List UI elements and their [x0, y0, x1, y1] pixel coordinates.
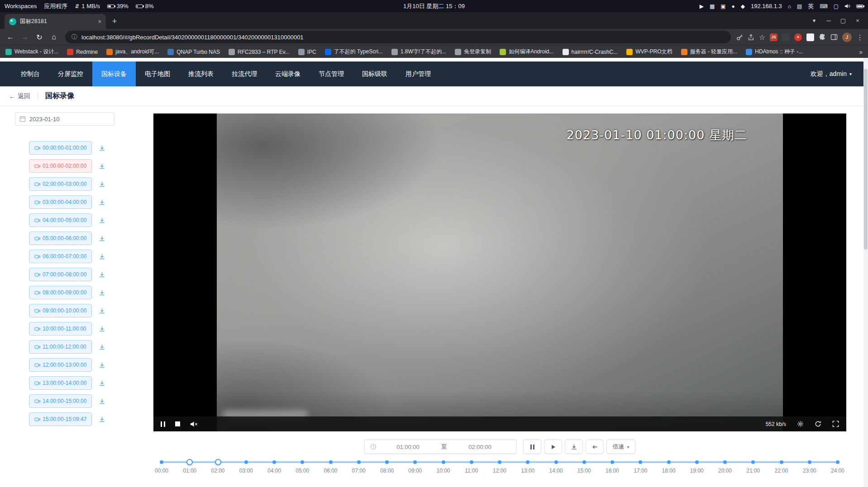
ext-dark-icon[interactable]: [782, 33, 790, 41]
bookmark-item[interactable]: 服务器 - 轻量应用...: [681, 48, 738, 56]
time-range-input[interactable]: 01:00:00 至 02:00:00: [364, 440, 517, 454]
player-stop-icon[interactable]: [175, 421, 180, 426]
extensions-puzzle-icon[interactable]: [819, 33, 826, 41]
page-scrollbar[interactable]: [863, 58, 868, 487]
record-download-button[interactable]: [99, 307, 105, 314]
scrollbar-thumb[interactable]: [864, 69, 868, 250]
tab-search-icon[interactable]: ▾: [807, 17, 821, 24]
record-download-button[interactable]: [99, 181, 105, 188]
bookmark-item[interactable]: RFC2833 – RTP Ev...: [229, 49, 290, 55]
record-time-button[interactable]: 07:00:00-08:00:00: [29, 268, 92, 281]
nav-item[interactable]: 拉流代理: [223, 61, 266, 86]
applications-button[interactable]: 应用程序: [44, 2, 67, 10]
keyboard-icon[interactable]: ⌨: [820, 4, 827, 9]
user-menu[interactable]: 欢迎，admin ▾: [811, 70, 852, 78]
bookmark-item[interactable]: WVP-PRO文档: [626, 48, 672, 56]
window-maximize-button[interactable]: ▢: [836, 17, 850, 24]
nav-item[interactable]: 节点管理: [310, 61, 353, 86]
ext-light-icon[interactable]: [806, 33, 814, 41]
player-refresh-icon[interactable]: [815, 421, 821, 427]
video-player[interactable]: 2023-01-10 01:00:00 星期二 552 kb/s: [153, 113, 846, 431]
back-button[interactable]: ← 返回: [9, 92, 30, 100]
bookmark-item[interactable]: IPC: [298, 49, 316, 55]
bookmark-item[interactable]: java、android可...: [106, 48, 159, 56]
record-download-button[interactable]: [99, 380, 105, 387]
record-time-button[interactable]: 00:00:00-01:00:00: [29, 141, 92, 155]
new-tab-button[interactable]: +: [108, 14, 121, 28]
record-time-button[interactable]: 15:00:00-15:09:47: [29, 412, 92, 426]
password-key-icon[interactable]: [736, 34, 743, 41]
site-info-icon[interactable]: ⓘ: [72, 33, 77, 41]
ext-blocker-icon[interactable]: ×: [794, 33, 802, 41]
play-button[interactable]: [544, 440, 562, 454]
nav-item[interactable]: 云端录像: [266, 61, 310, 86]
nav-item[interactable]: 分屏监控: [49, 61, 92, 86]
tab-close-icon[interactable]: ×: [98, 18, 101, 25]
bookmark-item[interactable]: 免登录复制: [455, 48, 491, 56]
record-time-button[interactable]: 06:00:00-07:00:00: [29, 250, 92, 263]
record-download-button[interactable]: [99, 253, 105, 260]
record-download-button[interactable]: [99, 145, 105, 151]
nav-item[interactable]: 推流列表: [179, 61, 223, 86]
record-download-button[interactable]: [99, 163, 105, 170]
record-time-button[interactable]: 12:00:00-13:00:00: [29, 358, 92, 372]
nav-item[interactable]: 国标级联: [353, 61, 396, 86]
record-download-button[interactable]: [99, 271, 105, 278]
profile-avatar[interactable]: J: [842, 33, 852, 42]
speed-dropdown[interactable]: 倍速 ▾: [606, 440, 635, 454]
record-time-button[interactable]: 14:00:00-15:00:00: [29, 394, 92, 408]
browser-home-icon[interactable]: ⌂: [48, 33, 60, 41]
nav-item[interactable]: 控制台: [12, 61, 49, 86]
browser-forward-icon[interactable]: →: [19, 33, 31, 41]
bookmark-item[interactable]: HDAtmos :: 种子 -...: [746, 48, 803, 56]
nav-item[interactable]: 国标设备: [92, 61, 136, 86]
display-icon[interactable]: ▢: [834, 4, 839, 9]
media-player-icon[interactable]: ▶: [700, 4, 704, 9]
bookmark-item[interactable]: 1.8W字!了不起的...: [391, 48, 446, 56]
record-download-button[interactable]: [99, 289, 105, 296]
seek-back-button[interactable]: [586, 440, 604, 454]
date-picker[interactable]: 2023-01-10: [15, 112, 114, 126]
bookmark-item[interactable]: Redmine: [67, 49, 98, 55]
input-language-badge[interactable]: 英: [808, 2, 814, 10]
player-pause-icon[interactable]: [161, 421, 165, 427]
record-time-button[interactable]: 05:00:00-06:00:00: [29, 232, 92, 245]
stats-tray-icon[interactable]: ▦: [710, 4, 715, 9]
timeline-handle[interactable]: [215, 459, 221, 465]
nav-item[interactable]: 电子地图: [136, 61, 179, 86]
side-panel-icon[interactable]: [830, 33, 838, 41]
bookmark-item[interactable]: QNAP Turbo NAS: [167, 49, 220, 55]
record-time-button[interactable]: 02:00:00-03:00:00: [29, 177, 92, 191]
browser-reload-icon[interactable]: ↻: [33, 33, 45, 42]
bookmark-item[interactable]: hairrrrr/C-CrashC...: [563, 49, 618, 55]
ip-address[interactable]: 192.168.1.3: [751, 3, 782, 9]
record-time-button[interactable]: 04:00:00-05:00:00: [29, 213, 92, 227]
player-settings-icon[interactable]: [797, 421, 804, 427]
ext-js-icon[interactable]: JS: [770, 33, 777, 41]
player-mute-icon[interactable]: [190, 421, 198, 427]
record-download-button[interactable]: [99, 416, 105, 423]
system-battery-icon[interactable]: [856, 5, 863, 8]
record-time-button[interactable]: 13:00:00-14:00:00: [29, 376, 92, 390]
window-close-button[interactable]: ×: [851, 17, 864, 24]
tool-tray-icon[interactable]: ◆: [741, 4, 745, 9]
window-switcher-icon[interactable]: ▤: [797, 4, 802, 9]
record-time-button[interactable]: 11:00:00-12:00:00: [29, 340, 92, 354]
record-download-button[interactable]: [99, 362, 105, 369]
app-tray-icon[interactable]: ●: [732, 4, 735, 9]
browser-tab[interactable]: 国标28181 ×: [5, 14, 106, 29]
workspaces-button[interactable]: Workspaces: [5, 3, 37, 9]
home-tray-icon[interactable]: ⌂: [788, 4, 791, 9]
timeline-slider[interactable]: 00:00 01:00 02:00 03:00 04:00 05:00 06:0…: [162, 459, 838, 484]
bookmark-item[interactable]: 如何编译Android...: [500, 48, 553, 56]
record-time-button[interactable]: 08:00:00-09:00:00: [29, 286, 92, 299]
window-minimize-button[interactable]: ─: [822, 17, 835, 24]
browser-back-icon[interactable]: ←: [5, 33, 16, 41]
address-bar[interactable]: ⓘ localhost:38080/#/gbRecordDetail/34020…: [65, 31, 731, 43]
bookmarks-overflow-icon[interactable]: »: [859, 48, 863, 56]
bookmark-item[interactable]: Webstack - 设计...: [5, 48, 58, 56]
record-download-button[interactable]: [99, 235, 105, 242]
record-download-button[interactable]: [99, 326, 105, 332]
record-time-button[interactable]: 01:00:00-02:00:00: [29, 159, 92, 173]
nav-item[interactable]: 用户管理: [396, 61, 440, 86]
